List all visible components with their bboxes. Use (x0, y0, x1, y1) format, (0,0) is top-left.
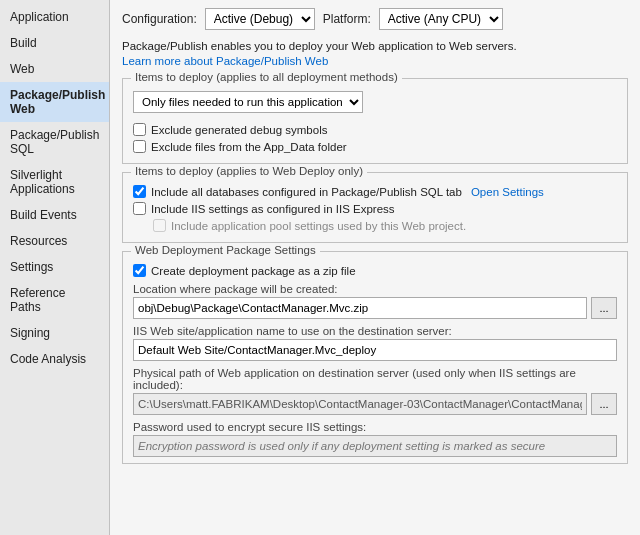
iis-site-row (133, 339, 617, 361)
include-iis-checkbox[interactable] (133, 202, 146, 215)
zip-checkbox[interactable] (133, 264, 146, 277)
location-row: ... (133, 297, 617, 319)
deploy-dropdown[interactable]: Only files needed to run this applicatio… (133, 91, 363, 113)
exclude-debug-checkbox[interactable] (133, 123, 146, 136)
platform-select[interactable]: Active (Any CPU) (379, 8, 503, 30)
config-row: Configuration: Active (Debug) Platform: … (122, 8, 628, 30)
include-iis-row: Include IIS settings as configured in II… (133, 202, 617, 215)
open-settings-link[interactable]: Open Settings (471, 186, 544, 198)
exclude-app-data-checkbox[interactable] (133, 140, 146, 153)
location-input[interactable] (133, 297, 587, 319)
physical-path-browse-button[interactable]: ... (591, 393, 617, 415)
iis-site-input[interactable] (133, 339, 617, 361)
exclude-app-data-row: Exclude files from the App_Data folder (133, 140, 617, 153)
include-pool-checkbox[interactable] (153, 219, 166, 232)
include-pool-row: Include application pool settings used b… (133, 219, 617, 232)
location-browse-button[interactable]: ... (591, 297, 617, 319)
include-db-checkbox[interactable] (133, 185, 146, 198)
sidebar-item-web[interactable]: Web (0, 56, 109, 82)
exclude-debug-row: Exclude generated debug symbols (133, 123, 617, 136)
exclude-app-data-label: Exclude files from the App_Data folder (151, 141, 347, 153)
configuration-label: Configuration: (122, 12, 197, 26)
zip-checkbox-row: Create deployment package as a zip file (133, 264, 617, 277)
include-db-label: Include all databases configured in Pack… (151, 186, 462, 198)
include-iis-label: Include IIS settings as configured in II… (151, 203, 395, 215)
description-text: Package/Publish enables you to deploy yo… (122, 40, 628, 52)
package-settings-title: Web Deployment Package Settings (131, 244, 320, 256)
password-label: Password used to encrypt secure IIS sett… (133, 421, 617, 433)
configuration-select[interactable]: Active (Debug) (205, 8, 315, 30)
password-input[interactable] (133, 435, 617, 457)
package-settings-group: Web Deployment Package Settings Create d… (122, 251, 628, 464)
sidebar: Application Build Web Package/Publish We… (0, 0, 110, 535)
deploy-all-title: Items to deploy (applies to all deployme… (131, 71, 402, 83)
deploy-all-group: Items to deploy (applies to all deployme… (122, 78, 628, 164)
zip-label: Create deployment package as a zip file (151, 265, 356, 277)
sidebar-item-code-analysis[interactable]: Code Analysis (0, 346, 109, 372)
exclude-debug-label: Exclude generated debug symbols (151, 124, 327, 136)
include-pool-label: Include application pool settings used b… (171, 220, 466, 232)
sidebar-item-settings[interactable]: Settings (0, 254, 109, 280)
sidebar-item-application[interactable]: Application (0, 4, 109, 30)
sidebar-item-signing[interactable]: Signing (0, 320, 109, 346)
sidebar-item-package-publish-web[interactable]: Package/Publish Web (0, 82, 109, 122)
platform-label: Platform: (323, 12, 371, 26)
physical-path-label: Physical path of Web application on dest… (133, 367, 617, 391)
iis-site-label: IIS Web site/application name to use on … (133, 325, 617, 337)
webdeploy-title: Items to deploy (applies to Web Deploy o… (131, 165, 367, 177)
sidebar-item-build[interactable]: Build (0, 30, 109, 56)
password-row (133, 435, 617, 457)
learn-more-link[interactable]: Learn more about Package/Publish Web (122, 55, 328, 67)
sidebar-item-silverlight[interactable]: Silverlight Applications (0, 162, 109, 202)
location-label: Location where package will be created: (133, 283, 617, 295)
sidebar-item-build-events[interactable]: Build Events (0, 202, 109, 228)
include-db-row: Include all databases configured in Pack… (133, 185, 617, 198)
main-panel: Configuration: Active (Debug) Platform: … (110, 0, 640, 535)
sidebar-item-resources[interactable]: Resources (0, 228, 109, 254)
sidebar-item-reference-paths[interactable]: Reference Paths (0, 280, 109, 320)
physical-path-input[interactable] (133, 393, 587, 415)
physical-path-row: ... (133, 393, 617, 415)
webdeploy-group: Items to deploy (applies to Web Deploy o… (122, 172, 628, 243)
sidebar-item-package-publish-sql[interactable]: Package/Publish SQL (0, 122, 109, 162)
